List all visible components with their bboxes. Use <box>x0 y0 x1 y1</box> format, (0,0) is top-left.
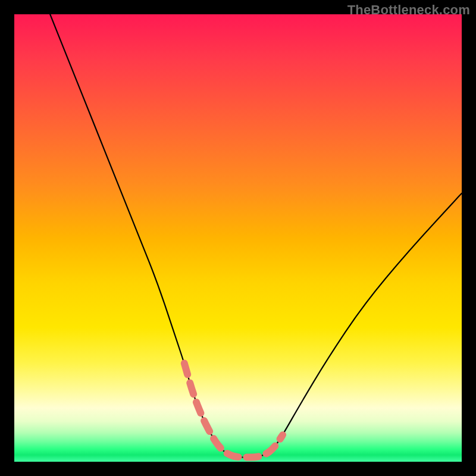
bottleneck-curve <box>50 14 462 458</box>
chart-frame: TheBottleneck.com <box>0 0 476 476</box>
plot-area <box>14 14 462 462</box>
curve-layer <box>14 14 462 462</box>
watermark-text: TheBottleneck.com <box>347 2 470 18</box>
optimal-range-marker <box>184 364 283 458</box>
